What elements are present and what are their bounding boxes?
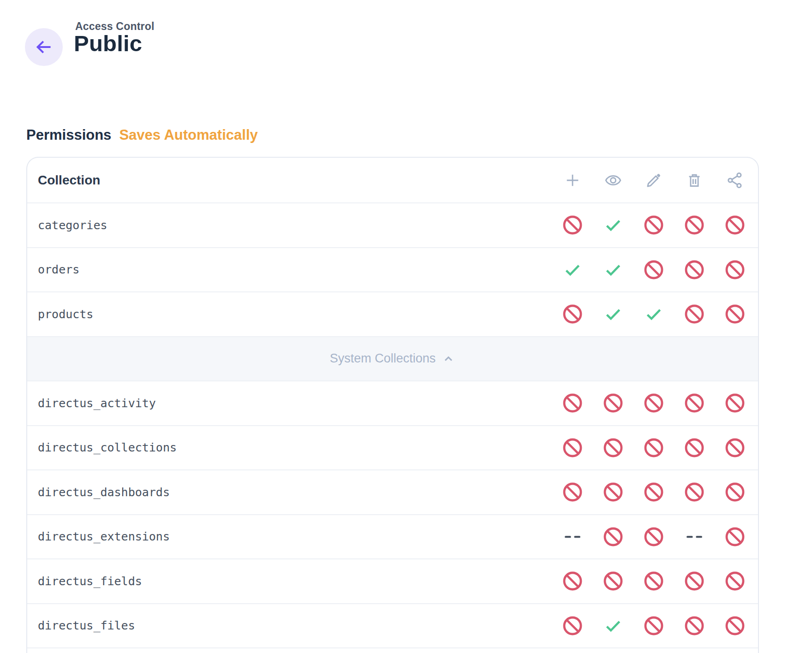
blocked-icon (684, 615, 705, 636)
column-header-share (715, 172, 755, 189)
back-button[interactable] (25, 28, 63, 66)
row-icon-cells (552, 214, 755, 236)
arrow-left-icon (33, 36, 54, 58)
permission-cell[interactable] (674, 259, 715, 280)
permission-cell[interactable] (593, 437, 633, 458)
permission-cell[interactable] (715, 526, 755, 547)
blocked-icon (643, 392, 664, 414)
permission-cell[interactable] (674, 303, 715, 325)
blocked-icon (724, 392, 746, 414)
blocked-icon (603, 570, 624, 592)
permission-cell[interactable] (593, 570, 633, 592)
blocked-icon (643, 526, 664, 547)
permission-cell[interactable] (593, 526, 633, 547)
blocked-icon (643, 615, 664, 636)
permission-cell[interactable] (633, 570, 674, 592)
permission-cell[interactable] (552, 481, 593, 503)
blocked-icon (562, 392, 583, 414)
permission-cell[interactable] (715, 303, 755, 325)
permission-cell[interactable] (715, 214, 755, 236)
table-row: products (27, 291, 758, 336)
edit-icon (645, 172, 663, 189)
collection-name: directus_collections (27, 441, 552, 454)
permission-cell[interactable] (633, 214, 674, 236)
blocked-icon (562, 303, 583, 325)
blocked-icon (724, 259, 746, 280)
permission-cell[interactable] (552, 526, 593, 547)
row-icon-cells (552, 526, 755, 547)
permission-cell[interactable] (593, 392, 633, 414)
blocked-icon (603, 437, 624, 458)
permission-cell[interactable] (715, 259, 755, 280)
row-icon-cells (552, 615, 755, 636)
row-icon-cells (552, 481, 755, 503)
table-row: orders (27, 247, 758, 292)
permission-cell[interactable] (674, 615, 715, 636)
permission-cell[interactable] (633, 437, 674, 458)
permission-cell[interactable] (633, 481, 674, 503)
blocked-icon (724, 481, 746, 503)
permission-cell[interactable] (715, 392, 755, 414)
column-header-read (593, 172, 633, 189)
blocked-icon (724, 214, 746, 236)
collection-name: directus_extensions (27, 530, 552, 543)
blocked-icon (562, 570, 583, 592)
na-dash-icon (562, 526, 583, 547)
permission-cell[interactable] (552, 615, 593, 636)
permission-cell[interactable] (715, 570, 755, 592)
permission-cell[interactable] (674, 526, 715, 547)
page-title: Public (74, 30, 142, 56)
permission-cell[interactable] (633, 303, 674, 325)
permission-cell[interactable] (593, 481, 633, 503)
permission-cell[interactable] (552, 570, 593, 592)
collection-name: categories (27, 219, 552, 232)
blocked-icon (643, 570, 664, 592)
blocked-icon (684, 259, 705, 280)
blocked-icon (603, 392, 624, 414)
collection-column-header: Collection (27, 173, 552, 188)
blocked-icon (684, 437, 705, 458)
permission-cell[interactable] (593, 214, 633, 236)
blocked-icon (562, 214, 583, 236)
autosave-status: Saves Automatically (119, 127, 257, 143)
permission-cell[interactable] (715, 615, 755, 636)
permission-cell[interactable] (593, 615, 633, 636)
permission-cell[interactable] (593, 259, 633, 280)
system-collections-toggle[interactable]: System Collections (27, 336, 758, 381)
blocked-icon (684, 303, 705, 325)
blocked-icon (562, 615, 583, 636)
permission-cell[interactable] (674, 392, 715, 414)
table-row: directus_dashboards (27, 469, 758, 514)
permission-cell[interactable] (552, 303, 593, 325)
permission-cell[interactable] (715, 437, 755, 458)
collection-name: directus_fields (27, 575, 552, 588)
permission-cell[interactable] (674, 214, 715, 236)
permission-cell[interactable] (552, 214, 593, 236)
permission-cell[interactable] (674, 437, 715, 458)
blocked-icon (724, 303, 746, 325)
permission-cell[interactable] (633, 259, 674, 280)
check-icon (603, 215, 623, 235)
permission-cell[interactable] (552, 259, 593, 280)
check-icon (603, 260, 623, 280)
permission-cell[interactable] (552, 437, 593, 458)
blocked-icon (643, 259, 664, 280)
collection-name: directus_dashboards (27, 486, 552, 499)
permission-cell[interactable] (674, 570, 715, 592)
table-row: directus_files (27, 603, 758, 648)
permission-cell[interactable] (593, 303, 633, 325)
blocked-icon (643, 481, 664, 503)
blocked-icon (684, 570, 705, 592)
table-row: categories (27, 202, 758, 247)
permission-cell[interactable] (633, 526, 674, 547)
collection-name: directus_activity (27, 397, 552, 410)
blocked-icon (562, 481, 583, 503)
permission-cell[interactable] (633, 615, 674, 636)
permission-cell[interactable] (674, 481, 715, 503)
system-collections-label: System Collections (330, 351, 436, 366)
add-icon (564, 172, 581, 189)
blocked-icon (724, 437, 746, 458)
permission-cell[interactable] (552, 392, 593, 414)
permission-cell[interactable] (715, 481, 755, 503)
permission-cell[interactable] (633, 392, 674, 414)
